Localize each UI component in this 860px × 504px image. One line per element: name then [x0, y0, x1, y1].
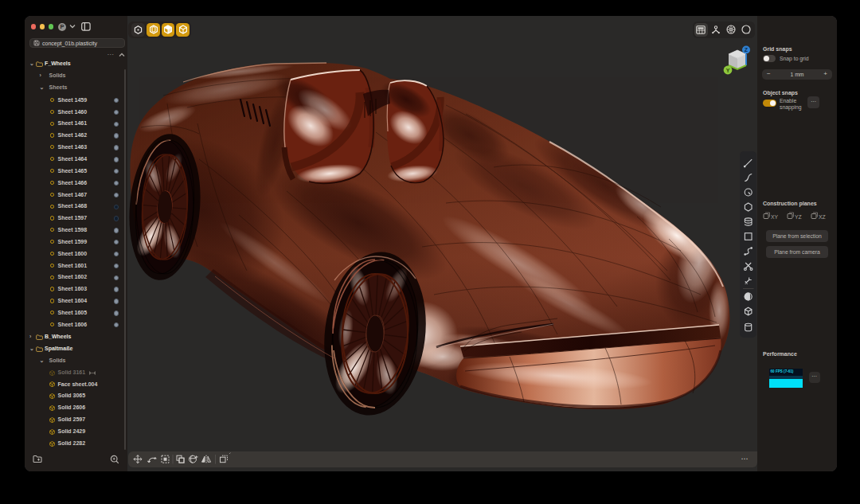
svg-text:Z: Z: [744, 47, 748, 53]
svg-text:XZ: XZ: [819, 214, 826, 220]
svg-text:Y: Y: [725, 68, 729, 73]
svg-text:XY: XY: [771, 214, 779, 220]
svg-text:YZ: YZ: [795, 214, 802, 220]
